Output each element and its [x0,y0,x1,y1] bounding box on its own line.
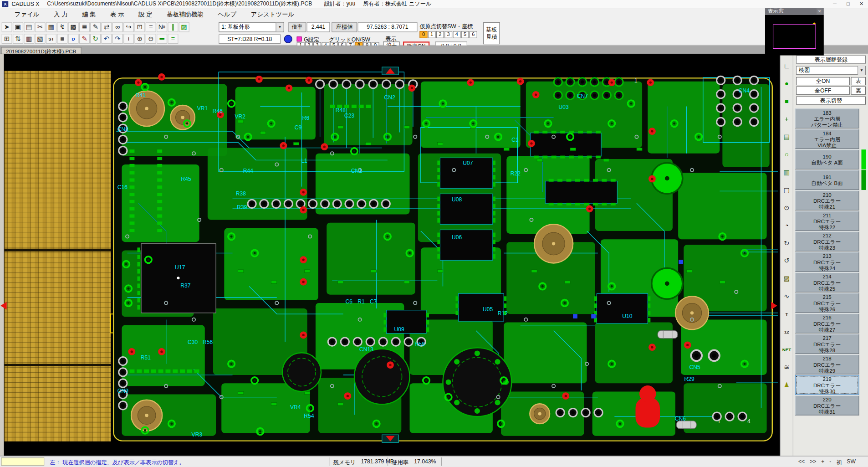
close-icon[interactable]: ✕ [817,8,822,14]
layer-button-210[interactable]: 210DRCエラー特殊21 [795,190,859,210]
menu-help[interactable]: ヘルプ [218,10,236,19]
display-window[interactable]: 表示窓 ✕ + [765,8,824,56]
status-control-init[interactable]: 初 [836,459,842,467]
status-control-plus[interactable]: + [821,459,824,467]
curve-icon[interactable]: ∿ [781,292,792,302]
layer-button-212[interactable]: 212DRCエラー特殊23 [795,231,859,251]
layer-stack-icon[interactable]: ▤ [781,133,792,143]
virtual-origin-button-2[interactable]: 2 [436,31,444,38]
menu-input[interactable]: 入 力 [54,10,67,19]
clock-icon[interactable]: ◔ [781,221,792,231]
pad-circle-icon[interactable]: ● [781,79,792,89]
menu-file[interactable]: ファイル [15,10,40,19]
all-on-button[interactable]: 全ON [796,77,850,85]
rotate-ccw-icon[interactable]: ↺ [781,257,792,267]
layer-button-214[interactable]: 214DRCエラー特殊25 [795,272,859,293]
st-mode-icon[interactable]: ST [46,34,56,44]
person-icon[interactable]: ♟ [781,380,792,390]
layer-swap-icon[interactable]: ⇅ [13,34,23,44]
status-control-prev-group[interactable]: << [798,459,805,467]
region-select-icon[interactable]: ▩ [68,22,79,32]
comb-icon[interactable]: ≋ [781,363,792,373]
layer-group-dropdown[interactable]: 検図 ▼ [796,66,866,75]
undo-icon[interactable]: ↶ [101,34,112,44]
rounded-rect-icon[interactable]: ▢ [781,185,792,195]
search-icon[interactable]: ∞ [112,22,123,32]
target-icon[interactable]: + [781,115,792,125]
cut-icon[interactable]: ✂ [35,22,46,32]
pad-square-icon[interactable]: ■ [781,97,792,107]
virtual-origin-button-5[interactable]: 5 [461,31,469,38]
sheets-icon[interactable]: ▥ [24,34,34,44]
all-off-button[interactable]: 全OFF [796,87,850,95]
close-button[interactable]: ✕ [855,0,868,8]
display-toggle-button[interactable]: 表示切替 [796,97,866,105]
paste-icon[interactable]: ▤ [24,22,34,32]
display-window-header[interactable]: 表示窓 ✕ [765,8,824,15]
menu-assist-tools[interactable]: アシストツール [251,10,294,19]
refresh-icon[interactable]: ↻ [90,34,101,44]
layer-button-191[interactable]: 191自動ベタ B面 [795,170,859,190]
pcb-canvas[interactable]: R41CN8VR1R46VR2R44R45R38R39C16L1CN1R48C2… [0,54,780,456]
via-icon[interactable]: ⊙ [781,203,792,213]
layer-button-190[interactable]: 190自動ベタ A面 [795,149,859,169]
grid-icon[interactable]: ▦ [46,22,56,32]
select-cursor-icon[interactable]: ➤ [2,22,12,32]
layer-button-220[interactable]: 220DRCエラー特殊31 [795,395,859,416]
back-side-button[interactable]: 裏 [851,87,866,95]
virtual-origin-button-1[interactable]: 1 [428,31,436,38]
draw-pen-icon[interactable]: ✎ [79,34,90,44]
rail-icon[interactable]: ∥ [168,22,178,32]
board-estimate-button[interactable]: 基板見積 [483,22,500,45]
menu-edit[interactable]: 編 集 [82,10,96,19]
virtual-origin-button-3[interactable]: 3 [444,31,452,38]
status-control-next-group[interactable]: >> [810,459,816,467]
menu-view[interactable]: 表 示 [110,10,124,19]
crosshair-icon[interactable]: + [123,34,134,44]
route-icon[interactable]: ↪ [123,22,134,32]
ellipse-icon[interactable]: ○ [781,150,792,160]
zoom-select-icon[interactable]: ⊡ [134,22,145,32]
virtual-origin-button-4[interactable]: 4 [453,31,460,38]
status-control-sw[interactable]: SW [847,459,856,467]
pen-icon[interactable]: ✎ [90,22,101,32]
maximize-button[interactable]: □ [842,0,855,8]
layer-button-213[interactable]: 213DRCエラー特殊24 [795,252,859,272]
copy-icon[interactable]: ▣ [13,22,23,32]
layer-button-216[interactable]: 216DRCエラー特殊27 [795,313,859,334]
front-side-button[interactable]: 表 [851,77,866,85]
layer-button-219[interactable]: 219DRCエラー特殊30 [795,375,859,395]
list-icon[interactable]: ≡ [146,22,156,32]
layer-button-183[interactable]: 183エラー内層パターン禁止 [795,108,859,128]
fill-icon[interactable]: ▧ [35,34,46,44]
redo-icon[interactable]: ↷ [112,34,123,44]
net-icon[interactable]: NET [781,345,792,355]
display-window-body[interactable]: + [765,15,824,56]
layer-button-215[interactable]: 215DRCエラー特殊26 [795,293,859,313]
pcb-view[interactable]: R41CN8VR1R46VR2R44R45R38R39C16L1CN1R48C2… [0,54,780,456]
text-icon[interactable]: T [781,310,792,320]
h-lines-icon[interactable]: ═ [157,34,167,44]
pen-color-indicator[interactable] [284,35,292,43]
hatch-icon[interactable]: ▨ [179,22,189,32]
zoom-out-icon[interactable]: ⊖ [146,34,156,44]
layer-button-218[interactable]: 218DRCエラー特殊29 [795,354,859,375]
stack-lines-icon[interactable]: ≡ [168,34,178,44]
menu-board-assist[interactable]: 基板補助機能 [167,10,203,19]
grid-add-icon[interactable]: ⊞ [2,34,12,44]
grid-color-swatch[interactable] [297,36,302,41]
minimize-button[interactable]: ─ [828,0,842,8]
d-mode-icon[interactable]: D [68,34,79,44]
status-control-minus[interactable]: - [829,459,831,467]
layer-button-211[interactable]: 211DRCエラー特殊22 [795,211,859,231]
polyline-icon[interactable]: ↯ [57,22,67,32]
number-list-icon[interactable]: № [157,22,167,32]
block-icon[interactable]: ■ [57,34,67,44]
virtual-origin-button-6[interactable]: 6 [470,31,477,38]
sheet-stack-icon[interactable]: ▥ [781,168,792,178]
angle-ruler-icon[interactable]: ∟ [781,62,792,72]
hatch-area-icon[interactable]: ▨ [781,274,792,284]
virtual-origin-button-0[interactable]: 0 [419,31,427,38]
layer-button-217[interactable]: 217DRCエラー特殊28 [795,334,859,354]
table-icon[interactable]: ≣ [79,22,90,32]
